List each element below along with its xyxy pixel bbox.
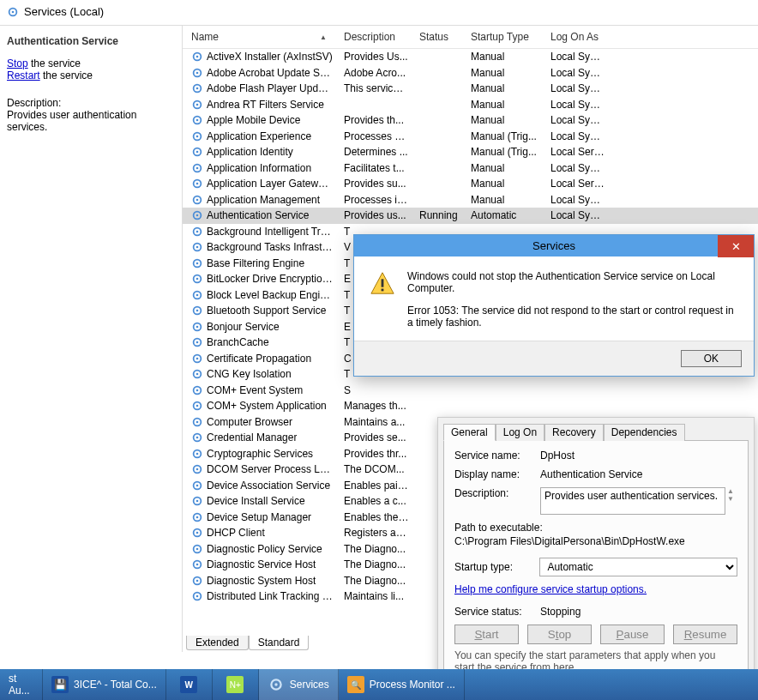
service-name: Application Experience (207, 130, 311, 142)
service-row[interactable]: Application Layer Gateway ...Provides su… (183, 176, 758, 192)
service-desc: Registers an... (339, 527, 414, 539)
description-text: Provides user authentication services. (7, 109, 175, 133)
service-name: Computer Browser (207, 416, 292, 428)
properties-dialog: General Log On Recovery Dependencies Ser… (437, 417, 755, 684)
service-row[interactable]: Authentication ServiceProvides us...Runn… (183, 208, 758, 224)
start-button[interactable]: Start (454, 625, 519, 644)
svg-point-47 (196, 405, 199, 407)
task-item[interactable]: st Au... (0, 669, 43, 700)
service-desc: Adobe Acro... (339, 67, 414, 79)
svg-point-11 (196, 119, 199, 122)
svg-point-17 (196, 166, 199, 169)
ok-button[interactable]: OK (681, 350, 742, 367)
selected-service-name: Authentication Service (7, 35, 175, 47)
service-name: Background Intelligent Tran... (207, 226, 334, 238)
service-icon (191, 51, 203, 63)
service-logon: Local Syste... (545, 67, 610, 79)
service-icon (191, 384, 203, 396)
col-status[interactable]: Status (414, 31, 466, 43)
gear-icon (268, 676, 285, 693)
col-startup[interactable]: Startup Type (466, 31, 545, 43)
service-name: Application Layer Gateway ... (207, 178, 334, 190)
task-item-procmon[interactable]: 🔍 Process Monitor ... (339, 669, 465, 700)
resume-button[interactable]: Resume (673, 625, 737, 644)
service-icon (191, 558, 203, 570)
service-name-value: DpHost (540, 450, 575, 462)
service-name: DHCP Client (207, 527, 265, 539)
service-logon: Local Syste... (545, 99, 610, 111)
service-desc: Determines ... (339, 146, 414, 158)
service-logon: Local Service (545, 178, 610, 190)
service-icon (191, 575, 203, 587)
service-desc: Enables a c... (339, 495, 414, 507)
service-name: Device Setup Manager (207, 511, 311, 523)
task-item-services[interactable]: Services (259, 669, 339, 700)
service-icon (191, 209, 203, 221)
service-row[interactable]: Application IdentityDetermines ...Manual… (183, 144, 758, 160)
scroll-up-icon[interactable]: ▲ (727, 487, 734, 495)
service-name: Diagnostic Service Host (207, 558, 316, 570)
services-icon (7, 6, 19, 18)
scroll-down-icon[interactable]: ▼ (727, 495, 734, 503)
service-logon: Local Syste... (545, 130, 610, 142)
close-button[interactable]: ✕ (718, 235, 754, 257)
task-item-notepadpp[interactable]: N+ (213, 669, 259, 700)
pause-button[interactable]: Pause (600, 625, 665, 644)
tab-recovery[interactable]: Recovery (544, 424, 604, 441)
svg-point-19 (196, 183, 199, 185)
help-configure-link[interactable]: Help me configure service startup option… (454, 583, 647, 595)
restart-service-link[interactable]: Restart (7, 69, 40, 81)
service-row[interactable]: COM+ System ApplicationManages th... (183, 398, 758, 414)
service-row[interactable]: COM+ Event SystemS (183, 383, 758, 399)
col-description[interactable]: Description (339, 31, 414, 43)
word-icon: W (180, 676, 197, 693)
service-row[interactable]: Adobe Acrobat Update Serv...Adobe Acro..… (183, 65, 758, 81)
service-name: Diagnostic Policy Service (207, 543, 322, 555)
service-icon (191, 336, 203, 348)
tab-standard[interactable]: Standard (249, 636, 310, 650)
column-headers[interactable]: Name Description Status Startup Type Log… (183, 26, 758, 49)
service-desc: Enables pair... (339, 480, 414, 492)
service-row[interactable]: Application InformationFacilitates t...M… (183, 160, 758, 177)
tab-logon[interactable]: Log On (496, 424, 544, 441)
tab-dependencies[interactable]: Dependencies (604, 424, 685, 441)
service-desc: Processes in... (339, 194, 414, 206)
service-startup: Manual (466, 82, 545, 94)
service-row[interactable]: Andrea RT Filters ServiceManualLocal Sys… (183, 97, 758, 113)
svg-rect-73 (382, 279, 384, 287)
service-row[interactable]: Adobe Flash Player Update ...This servic… (183, 81, 758, 97)
tab-general[interactable]: General (443, 424, 496, 441)
task-item-word[interactable]: W (166, 669, 213, 700)
service-name: ActiveX Installer (AxInstSV) (207, 51, 333, 63)
window-header: Services (Local) (0, 0, 758, 26)
path-value: C:\Program Files\DigitalPersona\Bin\DpHo… (454, 535, 737, 547)
service-row[interactable]: ActiveX Installer (AxInstSV)Provides Us.… (183, 49, 758, 65)
dialog-title-bar[interactable]: Services ✕ (354, 235, 754, 256)
service-name: Certificate Propagation (207, 353, 311, 365)
service-startup: Manual (466, 51, 545, 63)
svg-point-39 (196, 341, 199, 344)
service-name: BranchCache (207, 336, 269, 348)
service-row[interactable]: Application ExperienceProcesses a...Manu… (183, 129, 758, 145)
svg-point-67 (196, 564, 199, 566)
stop-service-link[interactable]: Stop (7, 57, 28, 69)
col-name[interactable]: Name (186, 31, 339, 43)
service-row[interactable]: Application ManagementProcesses in...Man… (183, 192, 758, 208)
svg-point-29 (196, 262, 199, 264)
service-row[interactable]: Apple Mobile DeviceProvides th...ManualL… (183, 112, 758, 129)
service-startup: Manual (Trig... (466, 146, 545, 158)
service-name: Diagnostic System Host (207, 575, 316, 587)
task-item[interactable]: 💾 3ICE^ - Total Co... (43, 669, 166, 700)
description-box[interactable]: Provides user authentication services. (540, 487, 725, 515)
dialog-title: Services (532, 239, 575, 252)
svg-point-35 (196, 310, 199, 312)
service-desc: The Diagno... (339, 543, 414, 555)
stop-button[interactable]: Stop (527, 625, 592, 644)
service-name: Authentication Service (207, 209, 309, 221)
service-icon (191, 400, 203, 412)
tab-extended[interactable]: Extended (186, 636, 249, 650)
service-name: DCOM Server Process Laun... (207, 463, 334, 475)
startup-type-select[interactable]: Automatic (539, 558, 737, 576)
service-icon (191, 130, 203, 142)
col-logon[interactable]: Log On As (545, 31, 610, 43)
